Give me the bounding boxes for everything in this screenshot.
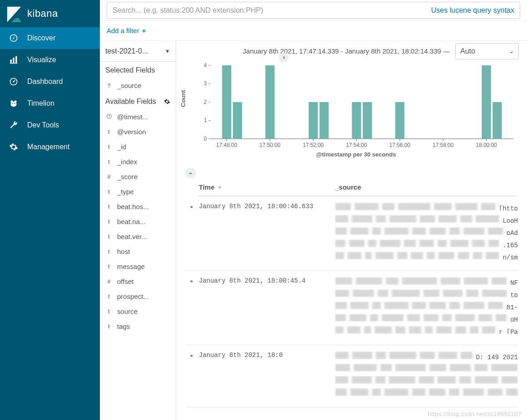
field-name: beat.ver... <box>117 233 147 240</box>
svg-text:17:58:00: 17:58:00 <box>433 142 454 148</box>
row-source: [httpLogHpAd.165n/sm <box>335 203 518 264</box>
field-item[interactable]: tbeat.na... <box>100 214 176 229</box>
index-pattern-selector[interactable]: test-2021-0... ▼ <box>100 41 176 62</box>
sidebar-item-management[interactable]: Management <box>0 136 100 158</box>
table-row: ▸ January 8th 2021, 18:0 D: 149 2021 <box>185 345 518 407</box>
bear-icon <box>9 99 18 108</box>
collapse-fields-button[interactable] <box>279 53 289 63</box>
row-source: D: 149 2021 <box>335 352 518 400</box>
field-type-icon: t <box>105 218 113 225</box>
lucene-syntax-link[interactable]: Uses lucene query syntax <box>431 6 514 15</box>
kibana-logo-icon <box>5 5 23 22</box>
svg-point-6 <box>13 81 14 82</box>
expand-row-button[interactable]: ▸ <box>185 203 199 264</box>
field-item[interactable]: t_index <box>100 154 176 169</box>
sidebar-item-dev-tools[interactable]: Dev Tools <box>0 114 100 136</box>
field-name: _index <box>117 158 137 166</box>
add-filter-button[interactable]: Add a filter + <box>107 27 146 34</box>
table-header: Time ▼ _source <box>199 179 518 196</box>
field-item[interactable]: #offset <box>100 274 176 289</box>
wrench-icon <box>9 121 18 130</box>
search-input[interactable]: Search... (e.g. status:200 AND extension… <box>107 2 520 19</box>
expand-row-button[interactable]: ▸ <box>185 352 199 400</box>
field-type-icon: t <box>105 158 113 165</box>
histogram-chart[interactable]: Count 0123417:48:0017:50:0017:52:0017:54… <box>176 62 527 166</box>
field-name: @version <box>117 128 146 136</box>
sidebar-item-dashboard[interactable]: Dashboard <box>0 71 100 93</box>
field-item[interactable]: tprospect... <box>100 289 176 304</box>
sidebar-item-label: Discover <box>27 34 55 42</box>
column-source[interactable]: _source <box>335 183 518 191</box>
plus-icon: + <box>142 27 146 34</box>
field-item[interactable]: tbeat.ver... <box>100 229 176 244</box>
field-name: beat.hos... <box>117 203 149 210</box>
field-name: @timest... <box>117 113 148 121</box>
row-time: January 8th 2021, 18:0 <box>199 352 335 400</box>
svg-text:17:52:00: 17:52:00 <box>303 142 324 148</box>
svg-point-10 <box>12 103 13 104</box>
column-time[interactable]: Time ▼ <box>199 183 335 191</box>
field-type-icon: ? <box>105 82 113 89</box>
time-range-row: January 8th 2021, 17:47:14.339 - January… <box>176 41 527 62</box>
field-name: message <box>117 263 145 270</box>
field-item[interactable]: t_type <box>100 184 176 199</box>
sidebar-item-label: Timelion <box>27 99 54 107</box>
sidebar-item-label: Dev Tools <box>27 121 59 129</box>
collapse-chart-button[interactable] <box>185 168 196 179</box>
gear-icon[interactable] <box>164 98 170 105</box>
svg-point-11 <box>14 103 15 104</box>
y-axis-label: Count <box>180 90 187 107</box>
column-source-label: _source <box>335 183 361 191</box>
filter-bar: Add a filter + <box>100 21 527 41</box>
sidebar-item-discover[interactable]: Discover <box>0 27 100 49</box>
gauge-icon <box>9 77 18 86</box>
field-name: _type <box>117 188 134 195</box>
sidebar: kibana DiscoverVisualizeDashboardTimelio… <box>0 0 100 420</box>
svg-rect-39 <box>233 102 242 139</box>
row-time: January 8th 2021, 18:00:45.4 <box>199 277 335 338</box>
svg-text:17:54:00: 17:54:00 <box>346 142 367 148</box>
field-type-icon: t <box>105 263 113 270</box>
main-area: Search... (e.g. status:200 AND extension… <box>100 0 527 420</box>
app-name: kibana <box>27 8 58 20</box>
svg-rect-45 <box>395 102 404 139</box>
field-item[interactable]: #_score <box>100 169 176 184</box>
column-time-label: Time <box>199 183 215 191</box>
field-type-icon: t <box>105 233 113 240</box>
field-item[interactable]: @timest... <box>100 109 176 124</box>
field-name: host <box>117 248 130 255</box>
svg-text:1: 1 <box>204 117 207 123</box>
caret-down-icon: ▼ <box>165 48 170 54</box>
field-item[interactable]: t_id <box>100 139 176 154</box>
field-type-icon: t <box>105 308 113 315</box>
chevron-down-icon: ⌄ <box>509 48 514 54</box>
svg-rect-40 <box>266 65 275 139</box>
svg-rect-38 <box>222 65 231 139</box>
selected-fields-title: Selected Fields <box>100 62 176 78</box>
top-bar: Search... (e.g. status:200 AND extension… <box>100 0 527 21</box>
field-item[interactable]: ttags <box>100 319 176 334</box>
svg-rect-44 <box>363 102 372 139</box>
field-item[interactable]: tsource <box>100 304 176 319</box>
interval-select[interactable]: Auto ⌄ <box>455 43 519 59</box>
field-item[interactable]: t@version <box>100 124 176 139</box>
field-type-icon: t <box>105 323 113 330</box>
expand-row-button[interactable]: ▸ <box>185 277 199 338</box>
field-type-icon: t <box>105 128 113 135</box>
svg-text:4: 4 <box>204 62 207 68</box>
svg-point-9 <box>10 102 16 107</box>
sidebar-item-visualize[interactable]: Visualize <box>0 49 100 71</box>
table-row: ▸ January 8th 2021, 18:00:46.633 [httpLo… <box>185 196 518 271</box>
logo-area: kibana <box>0 0 100 27</box>
field-type-icon <box>105 113 113 121</box>
svg-rect-2 <box>13 58 14 63</box>
svg-text:0: 0 <box>204 136 207 142</box>
svg-rect-42 <box>320 102 329 139</box>
field-item[interactable]: tbeat.hos... <box>100 199 176 214</box>
field-item[interactable]: tmessage <box>100 259 176 274</box>
field-name: prospect... <box>117 293 149 300</box>
field-item[interactable]: ?_source <box>100 78 176 93</box>
sidebar-item-timelion[interactable]: Timelion <box>0 93 100 114</box>
field-item[interactable]: thost <box>100 244 176 259</box>
field-name: source <box>117 308 138 315</box>
